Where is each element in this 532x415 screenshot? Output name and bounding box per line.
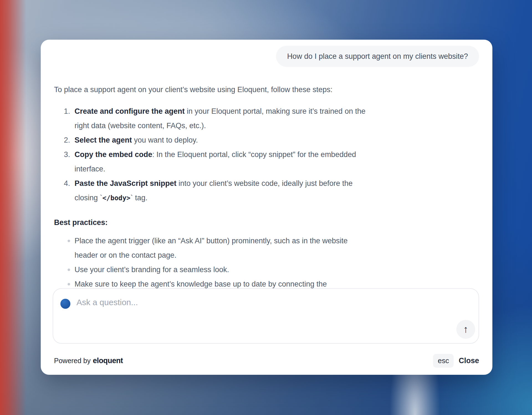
step-number: 1. — [58, 104, 70, 133]
question-input[interactable] — [76, 297, 479, 311]
bullet-item: Place the agent trigger (like an “Ask AI… — [54, 234, 479, 262]
step-text: Create and configure the agent in your E… — [75, 104, 374, 133]
step-item: 1.Create and configure the agent in your… — [54, 104, 479, 133]
blurred-desktop-background: How do I place a support agent on my cli… — [0, 0, 532, 415]
step-item: 3.Copy the embed code: In the Eloquent p… — [54, 147, 479, 176]
step-text: Paste the JavaScript snippet into your c… — [75, 176, 374, 205]
bullet-dot-icon — [68, 283, 70, 285]
brand-dot-icon — [60, 299, 70, 309]
user-message-row: How do I place a support agent on my cli… — [54, 46, 479, 67]
close-button[interactable]: Close — [459, 356, 479, 365]
powered-by-label: Powered by — [54, 357, 91, 365]
modal-content: How do I place a support agent on my cli… — [41, 40, 492, 375]
send-button[interactable]: ↑ — [456, 320, 475, 339]
user-message-bubble: How do I place a support agent on my cli… — [276, 46, 479, 67]
step-text: Select the agent you want to deploy. — [75, 133, 374, 147]
step-number: 2. — [58, 133, 70, 147]
step-number: 3. — [58, 147, 70, 176]
steps-list: 1.Create and configure the agent in your… — [54, 104, 479, 205]
eloquent-logo: eloquent — [93, 356, 123, 365]
bullet-item: Use your client’s branding for a seamles… — [54, 262, 479, 277]
assistant-answer: To place a support agent on your client’… — [54, 82, 479, 291]
powered-by: Powered byeloquent — [54, 356, 123, 365]
bullets-list: Place the agent trigger (like an “Ask AI… — [54, 234, 479, 291]
step-number: 4. — [58, 176, 70, 205]
inline-code: </body> — [103, 194, 131, 202]
bullet-text: Place the agent trigger (like an “Ask AI… — [75, 234, 368, 262]
step-item: 4.Paste the JavaScript snippet into your… — [54, 176, 479, 205]
best-practices-heading: Best practices: — [54, 215, 479, 230]
arrow-up-icon: ↑ — [463, 323, 468, 335]
question-input-container: ↑ — [53, 288, 479, 344]
esc-key-badge: esc — [433, 354, 454, 368]
bullet-dot-icon — [68, 269, 70, 271]
step-item: 2.Select the agent you want to deploy. — [54, 133, 479, 147]
step-text: Copy the embed code: In the Eloquent por… — [75, 147, 374, 176]
modal-footer: Powered byeloquent esc Close — [54, 354, 479, 368]
footer-actions: esc Close — [433, 354, 479, 368]
assistant-modal: How do I place a support agent on my cli… — [41, 40, 492, 375]
bullet-dot-icon — [68, 240, 70, 242]
answer-intro: To place a support agent on your client’… — [54, 82, 479, 97]
question-input-row — [53, 289, 479, 311]
bullet-text: Use your client’s branding for a seamles… — [75, 262, 368, 277]
